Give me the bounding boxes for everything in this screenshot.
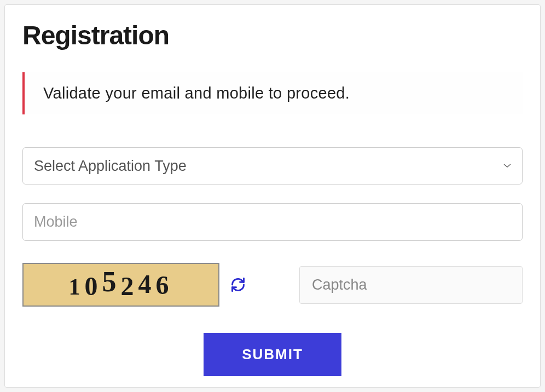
page-title: Registration [22, 20, 523, 50]
registration-card: Registration Validate your email and mob… [4, 4, 541, 388]
submit-button[interactable]: SUBMIT [204, 333, 341, 376]
validation-alert: Validate your email and mobile to procee… [22, 72, 523, 114]
captcha-row: 105246 [22, 263, 523, 307]
captcha-refresh-icon[interactable] [229, 276, 247, 293]
captcha-image: 105246 [22, 263, 219, 307]
alert-message: Validate your email and mobile to procee… [43, 84, 504, 102]
submit-row: SUBMIT [22, 333, 523, 376]
captcha-input[interactable] [299, 266, 523, 304]
application-type-select[interactable]: Select Application Type [22, 147, 523, 185]
mobile-input[interactable] [22, 203, 523, 241]
